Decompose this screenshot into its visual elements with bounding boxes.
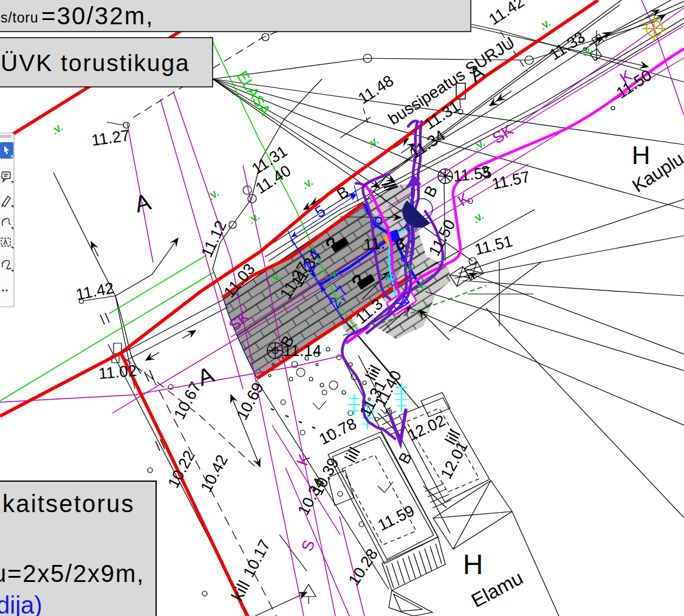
- svg-text:11.59: 11.59: [375, 501, 417, 535]
- svg-text:11.12: 11.12: [197, 217, 230, 260]
- svg-text:u=2x5/2x9m,: u=2x5/2x9m,: [0, 560, 145, 587]
- svg-text:SK: SK: [489, 120, 517, 147]
- svg-text:10.69: 10.69: [233, 380, 267, 423]
- svg-text:kaitsetorus: kaitsetorus: [2, 490, 135, 517]
- svg-text:ÜVK torustikuga: ÜVK torustikuga: [1, 50, 190, 76]
- svg-text:H: H: [632, 141, 650, 169]
- svg-text:.V.: .V.: [300, 177, 314, 191]
- svg-text:dija): dija): [0, 592, 43, 616]
- svg-text:11.51: 11.51: [473, 231, 515, 258]
- svg-text:.V.: .V.: [50, 122, 64, 136]
- svg-text:12.01: 12.01: [437, 439, 471, 482]
- svg-text:A: A: [132, 188, 154, 217]
- svg-text:10.28: 10.28: [344, 546, 381, 589]
- svg-text:10.78: 10.78: [316, 414, 360, 448]
- svg-text:.V.: .V.: [366, 135, 380, 149]
- svg-text:11.42: 11.42: [74, 278, 115, 303]
- svg-text:.V.: .V.: [471, 211, 485, 225]
- svg-text:ELASA: ELASA: [234, 68, 275, 118]
- svg-text:.V.: .V.: [472, 138, 486, 152]
- svg-text:.V.: .V.: [538, 18, 552, 32]
- svg-text:B: B: [420, 182, 442, 200]
- svg-text:11.48: 11.48: [355, 71, 397, 108]
- svg-text:6: 6: [395, 235, 406, 254]
- svg-text:=30/32m,: =30/32m,: [41, 2, 154, 29]
- svg-text:s/toru: s/toru: [1, 10, 38, 26]
- svg-text:.V.: .V.: [206, 188, 220, 202]
- svg-text:11.02: 11.02: [98, 361, 138, 383]
- svg-text:B: B: [333, 182, 352, 204]
- svg-text:H: H: [463, 549, 483, 580]
- svg-text:B: B: [395, 449, 416, 467]
- svg-text:10.42: 10.42: [197, 452, 231, 496]
- svg-text:.V.: .V.: [247, 211, 261, 225]
- svg-text:S: S: [298, 538, 318, 554]
- svg-text:11.27: 11.27: [91, 126, 131, 149]
- svg-text:11.: 11.: [363, 234, 386, 254]
- svg-text:11.42: 11.42: [485, 0, 527, 29]
- svg-text:10.17: 10.17: [239, 537, 274, 581]
